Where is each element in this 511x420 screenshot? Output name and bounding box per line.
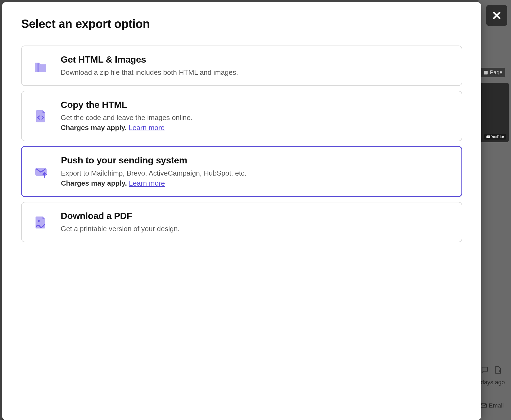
background-panel: Page YouTube days ago Email [479,0,511,420]
option-title: Push to your sending system [61,155,451,166]
code-file-icon [32,108,49,124]
option-title: Copy the HTML [61,99,451,110]
image-file-icon [32,214,49,230]
email-label: Email [489,402,504,409]
youtube-label: YouTube [491,135,504,139]
option-description: Get a printable version of your design. [61,224,451,234]
page-icon [483,70,488,75]
close-icon [492,10,502,21]
zip-folder-icon [32,58,49,74]
option-push-sending-system[interactable]: Push to your sending system Export to Ma… [21,146,462,197]
file-add-icon [494,366,502,374]
svg-point-6 [38,220,40,222]
comment-icon [481,366,489,374]
charges-text: Charges may apply. [61,124,127,132]
page-label: Page [490,69,503,76]
email-icon [481,403,487,408]
bg-action-row [481,366,509,374]
option-text: Download a PDF Get a printable version o… [61,211,451,234]
option-description: Get the code and leave the images online… [61,113,451,133]
option-desc-text: Export to Mailchimp, Brevo, ActiveCampai… [61,169,246,177]
learn-more-link[interactable]: Learn more [129,124,165,132]
youtube-icon [486,135,490,138]
time-ago-text: days ago [481,379,509,386]
option-text: Copy the HTML Get the code and leave the… [61,99,451,133]
option-title: Get HTML & Images [61,54,451,65]
option-desc-text: Get the code and leave the images online… [61,114,193,122]
option-get-html-images[interactable]: Get HTML & Images Download a zip file th… [21,46,462,86]
svg-rect-0 [484,71,488,75]
option-text: Get HTML & Images Download a zip file th… [61,54,451,77]
learn-more-link[interactable]: Learn more [129,179,165,187]
option-copy-html[interactable]: Copy the HTML Get the code and leave the… [21,91,462,141]
close-button[interactable] [486,5,507,26]
option-title: Download a PDF [61,211,451,221]
option-description: Export to Mailchimp, Brevo, ActiveCampai… [61,168,451,188]
charges-text: Charges may apply. [61,179,127,187]
page-pill: Page [481,68,505,77]
youtube-badge: YouTube [484,134,506,140]
option-download-pdf[interactable]: Download a PDF Get a printable version o… [21,202,462,242]
export-dialog: Select an export option Get HTML & Image… [2,2,481,420]
option-text: Push to your sending system Export to Ma… [61,155,451,188]
video-thumb: YouTube [481,83,509,142]
dialog-title: Select an export option [21,17,462,31]
mail-upload-icon [33,163,49,180]
email-pill: Email [481,402,509,409]
option-description: Download a zip file that includes both H… [61,67,451,77]
